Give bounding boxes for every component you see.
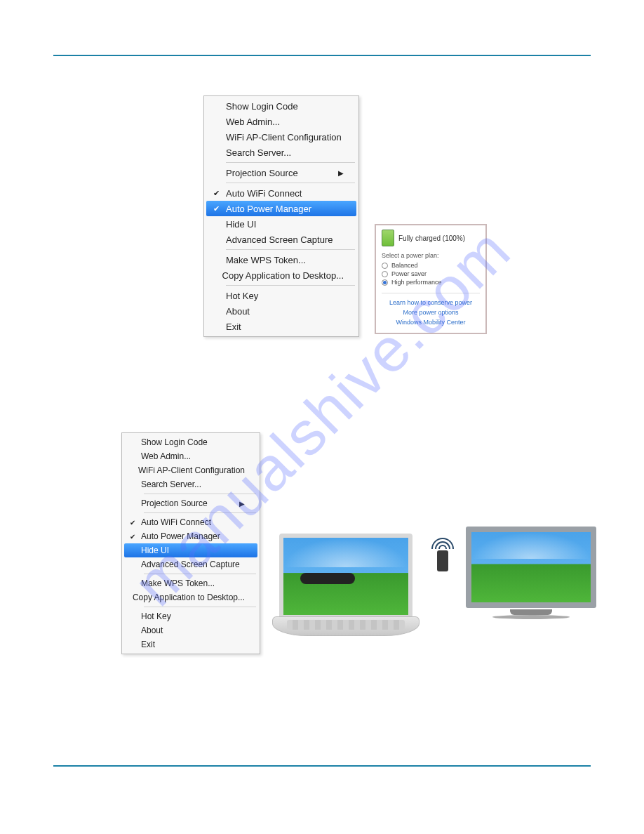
menu-item-label: Exit (226, 322, 344, 332)
menu-item-web-admin[interactable]: Web Admin... (206, 114, 356, 129)
menu-item-label: Web Admin... (141, 451, 245, 461)
menu-item-label: Advanced Screen Capture (226, 234, 344, 245)
menu-item-label: Projection Source (226, 168, 334, 178)
menu-item-projection-source[interactable]: Projection Source▶ (124, 496, 257, 510)
menu-item-make-wps-token[interactable]: Make WPS Token... (206, 252, 356, 267)
power-plan-power-saver[interactable]: Power saver (382, 270, 480, 277)
menu-item-label: Web Admin... (226, 117, 344, 127)
menu-item-search-server[interactable]: Search Server... (124, 477, 257, 491)
menu-item-make-wps-token[interactable]: Make WPS Token... (124, 576, 257, 590)
menu-item-show-login-code[interactable]: Show Login Code (206, 98, 356, 114)
menu-item-auto-wifi-connect[interactable]: ✔Auto WiFi Connect (206, 185, 356, 201)
menu-item-label: Make WPS Token... (141, 578, 245, 588)
plan-label: Balanced (391, 262, 418, 269)
menu-item-label: Show Login Code (226, 101, 344, 112)
menu-item-search-server[interactable]: Search Server... (206, 145, 356, 160)
menu-item-hot-key[interactable]: Hot Key (124, 609, 257, 623)
menu-item-exit[interactable]: Exit (206, 319, 356, 334)
menu-separator (226, 285, 355, 286)
menu-item-label: Search Server... (226, 147, 344, 158)
tv-icon (466, 527, 596, 619)
menu-separator (144, 494, 256, 494)
plan-label: Power saver (391, 270, 427, 277)
menu-item-label: About (226, 306, 344, 317)
submenu-arrow-icon: ▶ (334, 169, 344, 177)
menu-separator (144, 607, 256, 607)
menu-item-label: Make WPS Token... (226, 255, 344, 265)
check-icon: ✔ (206, 189, 226, 198)
radio-icon (382, 271, 388, 277)
context-menu-1: Show Login Code Web Admin... WiFi AP-Cli… (203, 95, 359, 337)
wireless-dongle-icon (430, 535, 455, 571)
menu-item-label: WiFi AP-Client Configuration (226, 132, 344, 143)
laptop-icon (272, 534, 420, 636)
menu-item-label: Auto Power Manager (226, 204, 344, 214)
menu-item-about[interactable]: About (124, 623, 257, 637)
menu-separator (226, 162, 355, 163)
link-more-power-options[interactable]: More power options (382, 307, 480, 317)
power-plan-balanced[interactable]: Balanced (382, 262, 480, 269)
menu-item-label: Search Server... (141, 479, 245, 489)
battery-status: Fully charged (100%) (398, 234, 465, 242)
menu-item-hide-ui[interactable]: Hide UI (124, 543, 257, 557)
plan-label: High performance (391, 279, 442, 286)
menu-item-projection-source[interactable]: Projection Source▶ (206, 165, 356, 180)
menu-item-label: Auto WiFi Connect (141, 517, 245, 527)
menu-item-label: Hide UI (141, 545, 245, 555)
page-rule-top (53, 55, 591, 56)
menu-item-label: Hot Key (226, 291, 344, 301)
link-mobility-center[interactable]: Windows Mobility Center (382, 317, 480, 327)
link-conserve-power[interactable]: Learn how to conserve power (382, 298, 480, 307)
wireless-display-illustration (272, 527, 593, 646)
battery-icon (382, 230, 394, 246)
menu-item-label: Hot Key (141, 611, 245, 621)
menu-item-label: Advanced Screen Capture (141, 560, 245, 569)
check-icon: ✔ (124, 519, 141, 527)
menu-separator (144, 512, 256, 513)
menu-item-label: Projection Source (141, 498, 235, 508)
menu-separator (144, 574, 256, 574)
power-plan-title: Select a power plan: (382, 252, 480, 259)
wifi-icon (431, 535, 455, 549)
menu-item-advanced-screen-capture[interactable]: Advanced Screen Capture (124, 557, 257, 571)
check-icon: ✔ (124, 533, 141, 541)
menu-item-advanced-screen-capture[interactable]: Advanced Screen Capture (206, 232, 356, 247)
menu-item-label: Exit (141, 640, 245, 649)
menu-item-label: Copy Application to Desktop... (133, 593, 245, 602)
menu-item-wifi-ap-client[interactable]: WiFi AP-Client Configuration (206, 129, 356, 145)
menu-item-hide-ui[interactable]: Hide UI (206, 216, 356, 232)
power-popup: Fully charged (100%) Select a power plan… (375, 224, 487, 334)
power-plan-high-performance[interactable]: High performance (382, 279, 480, 286)
menu-item-label: Auto Power Manager (141, 531, 245, 541)
menu-item-about[interactable]: About (206, 303, 356, 319)
menu-item-web-admin[interactable]: Web Admin... (124, 449, 257, 463)
menu-item-auto-wifi-connect[interactable]: ✔Auto WiFi Connect (124, 515, 257, 529)
menu-item-label: About (141, 626, 245, 635)
menu-separator (226, 249, 355, 250)
menu-item-show-login-code[interactable]: Show Login Code (124, 435, 257, 449)
menu-separator (226, 183, 355, 183)
menu-item-copy-app-to-desktop[interactable]: Copy Application to Desktop... (206, 267, 356, 283)
menu-item-label: Auto WiFi Connect (226, 188, 344, 199)
radio-icon (382, 263, 388, 269)
menu-item-label: Hide UI (226, 219, 344, 230)
radio-icon (382, 279, 388, 286)
menu-item-label: WiFi AP-Client Configuration (138, 465, 245, 475)
menu-item-label: Show Login Code (141, 437, 245, 447)
submenu-arrow-icon: ▶ (235, 500, 245, 508)
menu-item-hot-key[interactable]: Hot Key (206, 288, 356, 303)
menu-item-auto-power-manager[interactable]: ✔Auto Power Manager (124, 529, 257, 543)
menu-item-auto-power-manager[interactable]: ✔Auto Power Manager (206, 201, 356, 216)
menu-item-label: Copy Application to Desktop... (222, 270, 344, 281)
menu-item-exit[interactable]: Exit (124, 637, 257, 651)
context-menu-2: Show Login Code Web Admin... WiFi AP-Cli… (121, 432, 260, 654)
check-icon: ✔ (206, 204, 226, 213)
menu-item-wifi-ap-client[interactable]: WiFi AP-Client Configuration (124, 463, 257, 477)
menu-item-copy-app-to-desktop[interactable]: Copy Application to Desktop... (124, 590, 257, 604)
page-rule-bottom (53, 765, 591, 767)
